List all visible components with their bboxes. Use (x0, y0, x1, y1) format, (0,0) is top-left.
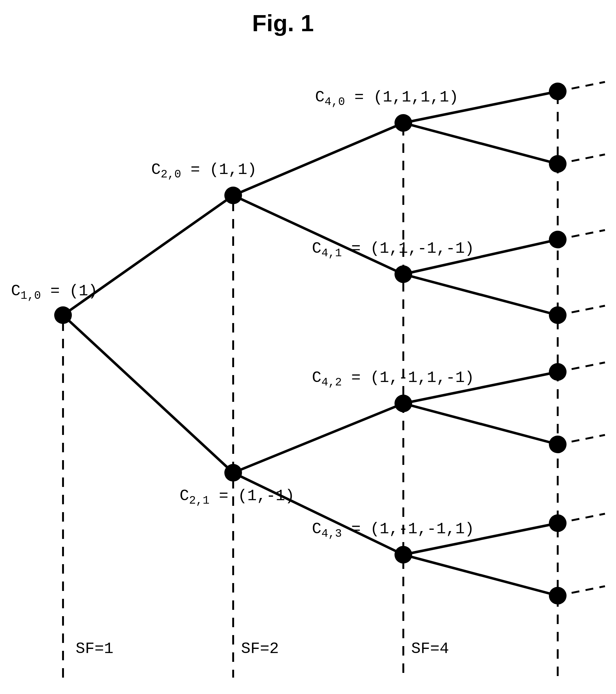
svg-point-30 (394, 266, 412, 283)
sf-label-2: SF=2 (241, 640, 279, 658)
node-c40: C4,0 = (1,1,1,1) (315, 88, 459, 108)
label-value: = (1,1) (181, 161, 257, 179)
node-c20: C2,0 = (1,1) (151, 161, 257, 181)
svg-point-27 (224, 187, 242, 204)
svg-point-28 (224, 464, 242, 481)
node-c42: C4,2 = (1,-1,1,-1) (312, 369, 474, 389)
node-c43: C4,3 = (1,-1,-1,1) (312, 520, 474, 540)
svg-point-33 (549, 83, 566, 100)
label-prefix: C (11, 282, 20, 300)
svg-point-39 (549, 514, 566, 532)
label-value: = (1,-1,-1,1) (342, 520, 474, 538)
svg-point-40 (549, 587, 566, 604)
svg-point-38 (549, 436, 566, 453)
node-c21: C2,1 = (1,-1) (180, 487, 295, 507)
label-value: = (1,1,-1,-1) (342, 239, 474, 257)
svg-point-37 (549, 363, 566, 381)
svg-line-7 (233, 196, 403, 274)
diagram-container: Fig. 1 (0, 0, 616, 694)
node-c10: C1,0 = (1) (11, 282, 98, 302)
label-sub: 4,2 (321, 376, 342, 389)
label-prefix: C (151, 161, 161, 179)
svg-point-29 (394, 114, 412, 132)
svg-point-31 (394, 395, 412, 412)
label-sub: 1,0 (20, 289, 41, 302)
svg-point-36 (549, 306, 566, 324)
svg-line-5 (63, 315, 233, 473)
label-prefix: C (180, 487, 189, 505)
node-c41: C4,1 = (1,1,-1,-1) (312, 239, 474, 260)
svg-point-32 (394, 546, 412, 564)
sf-label-4: SF=4 (411, 640, 449, 658)
label-value: = (1,-1) (209, 487, 295, 505)
label-sub: 4,0 (324, 95, 345, 108)
label-sub: 2,0 (161, 168, 181, 181)
label-value: = (1,-1,1,-1) (342, 369, 474, 387)
svg-point-35 (549, 231, 566, 248)
label-value: = (1,1,1,1) (345, 88, 459, 106)
sf-label-1: SF=1 (76, 640, 113, 658)
svg-line-6 (233, 123, 403, 196)
label-prefix: C (312, 520, 321, 538)
label-prefix: C (315, 88, 324, 106)
svg-line-8 (233, 403, 403, 473)
label-sub: 2,1 (189, 494, 209, 507)
label-sub: 4,1 (321, 247, 342, 260)
svg-line-11 (403, 123, 558, 164)
tree-svg (0, 0, 616, 694)
svg-line-17 (403, 555, 558, 596)
svg-line-13 (403, 274, 558, 315)
svg-line-9 (233, 473, 403, 555)
svg-point-34 (549, 155, 566, 173)
label-value: = (1) (41, 282, 98, 300)
svg-point-26 (54, 306, 72, 324)
label-prefix: C (312, 239, 321, 257)
label-prefix: C (312, 369, 321, 387)
label-sub: 4,3 (321, 527, 342, 540)
svg-line-15 (403, 403, 558, 444)
